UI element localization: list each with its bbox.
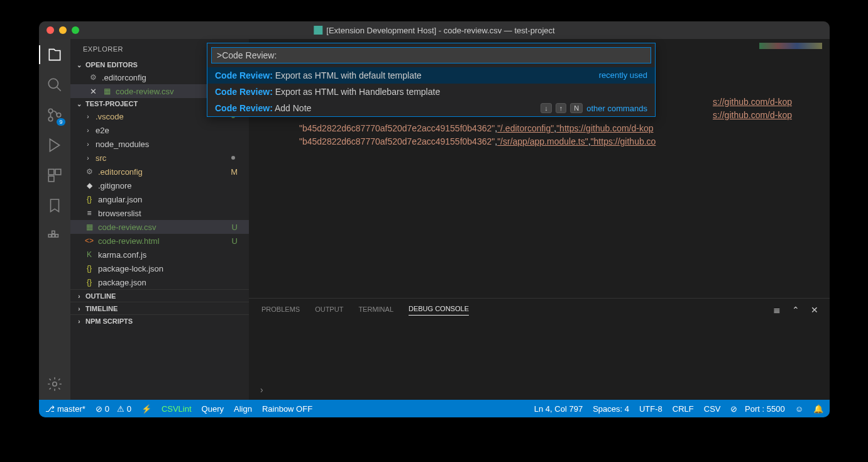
panel-actions: ≣ ⌃ ✕ [773,305,818,315]
tree-file[interactable]: Kkarma.conf.js [70,248,249,261]
git-branch[interactable]: ⎇master* [45,404,85,414]
command-hints: ↓ ↑ N other commands [541,103,647,113]
tree-file[interactable]: {}angular.json [70,192,249,206]
scm-badge: 9 [57,118,65,126]
broadcast-icon: ⊘ [730,404,737,414]
filter-icon[interactable]: ≣ [773,305,781,315]
command-input[interactable] [211,47,651,63]
csvlint-status[interactable]: CSVLint [162,404,192,414]
file-label: .editorconfig [102,73,146,82]
align-button[interactable]: Align [234,404,252,414]
untracked-badge: U [232,223,238,232]
tab-output[interactable]: OUTPUT [315,305,343,316]
tree-folder[interactable]: ›e2e [70,123,249,137]
chevron-right-icon: › [75,293,83,300]
cursor-position[interactable]: Ln 4, Col 797 [534,404,583,414]
bell-icon[interactable]: 🔔 [813,404,823,414]
titlebar: [Extension Development Host] - code-revi… [39,21,830,39]
maximize-window-button[interactable] [72,26,79,34]
chevron-down-icon: ⌄ [75,101,83,107]
window-title: [Extension Development Host] - code-revi… [314,26,554,35]
key-down: ↑ [556,103,567,113]
code-line: 5 "b45d2822d6c87770af520d7e2acc49155f0b4… [299,135,742,148]
tab-debug-console[interactable]: DEBUG CONSOLE [409,305,469,316]
chevron-right-icon: › [84,155,92,162]
close-panel-icon[interactable]: ✕ [811,305,818,315]
tree-file[interactable]: {}package.json [70,275,249,289]
extensions-icon[interactable] [47,167,63,184]
tree-file[interactable]: ≡browserslist [70,206,249,220]
tree-file[interactable]: <>code-review.htmlU [70,234,249,248]
timeline-section[interactable]: ›TIMELINE [70,302,249,314]
tree-folder[interactable]: ›src [70,151,249,165]
file-label: code-review.csv [116,87,173,96]
chevron-up-icon[interactable]: ⌃ [792,305,799,315]
html-icon: <> [84,236,94,246]
gear-icon: ⚙ [88,72,98,82]
query-button[interactable]: Query [202,404,224,414]
panel-tabs: PROBLEMS OUTPUT TERMINAL DEBUG CONSOLE [249,299,830,322]
tree-file[interactable]: ▦code-review.csvU [70,220,249,234]
traffic-lights [39,26,79,34]
file-icon: ◆ [84,180,94,190]
docker-icon[interactable] [47,228,63,244]
settings-icon[interactable] [47,376,63,392]
errors-warnings[interactable]: ⊘0 ⚠0 [96,404,131,414]
command-item[interactable]: Code Review: Export as HTML with Handleb… [207,84,655,100]
feedback-icon[interactable]: ☺ [795,404,803,414]
key-n: N [570,103,583,113]
tab-problems[interactable]: PROBLEMS [261,305,300,316]
code-line: 4 "b45d2822d6c87770af520d7e2acc49155f0b4… [299,122,742,135]
chevron-right-icon: › [84,113,92,120]
chevron-right-icon: › [75,318,83,325]
svg-rect-9 [55,234,58,237]
scm-icon[interactable]: 9 [47,107,63,123]
code-line: s://github.com/d-kop [713,109,792,122]
chevron-right-icon: › [84,127,92,134]
tree-file[interactable]: ⚙.editorconfigM [70,165,249,179]
svg-point-0 [48,79,58,88]
svg-point-11 [53,382,57,387]
tree-folder[interactable]: ›node_modules [70,137,249,151]
modified-dot-icon [231,156,235,160]
svg-point-2 [48,117,53,121]
outline-section[interactable]: ›OUTLINE [70,289,249,302]
command-palette: Code Review: Export as HTML with default… [207,43,656,117]
vscode-window: [Extension Development Host] - code-revi… [39,21,830,417]
encoding[interactable]: UTF-8 [639,404,662,414]
eol[interactable]: CRLF [673,404,694,414]
close-window-button[interactable] [47,26,54,34]
svg-rect-7 [48,234,51,237]
minimize-window-button[interactable] [59,26,67,34]
svg-rect-5 [55,169,61,175]
tab-terminal[interactable]: TERMINAL [358,305,393,316]
indentation[interactable]: Spaces: 4 [593,404,629,414]
command-item[interactable]: Code Review: Add Note ↓ ↑ N other comman… [207,100,655,116]
bottom-panel: PROBLEMS OUTPUT TERMINAL DEBUG CONSOLE ≣… [249,298,830,400]
tree-file[interactable]: ◆.gitignore [70,179,249,192]
search-icon[interactable] [47,77,63,93]
statusbar: ⎇master* ⊘0 ⚠0 ⚡ CSVLint Query Align Rai… [39,400,830,417]
json-icon: {} [84,263,94,273]
gear-icon: ⚙ [84,167,94,177]
tree-file[interactable]: {}package-lock.json [70,261,249,275]
chevron-down-icon: ⌄ [75,62,83,69]
explorer-icon[interactable] [47,47,63,63]
debug-icon[interactable] [47,137,63,153]
recently-used-hint: recently used [599,70,647,80]
debug-prompt[interactable]: › [260,385,263,395]
npm-scripts-section[interactable]: ›NPM SCRIPTS [70,314,249,327]
bookmarks-icon[interactable] [47,197,63,214]
language-mode[interactable]: CSV [704,404,721,414]
live-server-icon[interactable]: ⚡ [141,404,151,414]
live-server-port[interactable]: ⊘ Port : 5500 [730,404,784,414]
title-text: [Extension Development Host] - code-revi… [326,26,554,35]
close-icon[interactable]: ✕ [88,87,98,96]
error-icon: ⊘ [96,404,102,414]
json-icon: {} [84,277,94,287]
svg-point-1 [48,109,53,113]
svg-point-3 [57,113,61,118]
minimap[interactable] [759,43,822,49]
rainbow-toggle[interactable]: Rainbow OFF [262,404,312,414]
command-item[interactable]: Code Review: Export as HTML with default… [207,67,655,84]
